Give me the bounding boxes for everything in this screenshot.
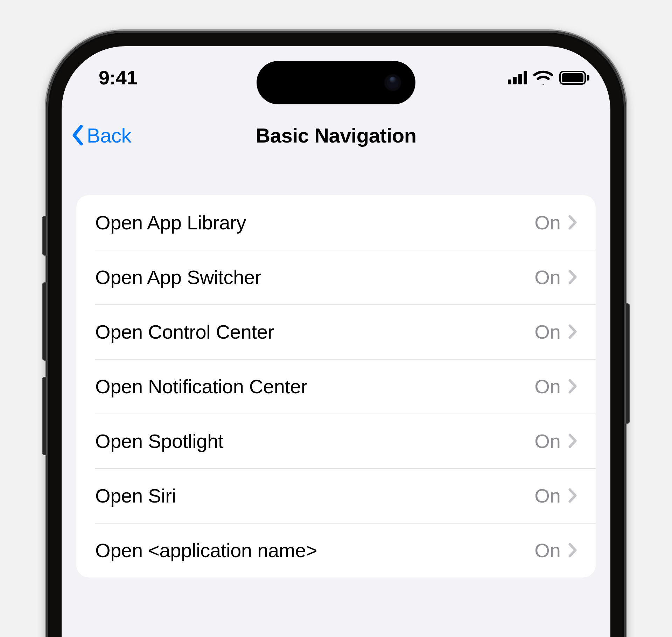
row-open-siri[interactable]: Open Siri On [76,468,596,523]
row-label: Open <application name> [95,539,317,562]
wifi-icon [533,70,553,85]
row-value: On [534,320,561,343]
front-camera [385,75,401,91]
volume-up-button [43,283,46,360]
row-open-app-switcher[interactable]: Open App Switcher On [76,250,596,304]
row-right: On [534,484,578,507]
nav-bar: Back Basic Navigation [62,113,610,158]
volume-down-button [43,378,46,455]
row-open-application[interactable]: Open <application name> On [76,523,596,577]
power-button [626,304,629,423]
row-open-notification-center[interactable]: Open Notification Center On [76,359,596,414]
row-right: On [534,320,578,343]
nav-title: Basic Navigation [255,124,416,147]
chevron-right-icon [568,269,578,285]
chevron-right-icon [568,487,578,504]
settings-list: Open App Library On Open App Switcher On [76,195,596,577]
canvas: 9:41 [0,0,672,637]
row-value: On [534,539,561,562]
row-open-control-center[interactable]: Open Control Center On [76,304,596,359]
chevron-right-icon [568,433,578,449]
row-label: Open App Switcher [95,266,261,289]
row-label: Open Notification Center [95,375,307,398]
row-value: On [534,211,561,234]
row-value: On [534,375,561,398]
cellular-icon [508,71,527,84]
row-open-app-library[interactable]: Open App Library On [76,195,596,250]
chevron-right-icon [568,542,578,558]
row-value: On [534,430,561,452]
row-value: On [534,484,561,507]
row-right: On [534,211,578,234]
screen: 9:41 [62,46,610,637]
row-right: On [534,375,578,398]
row-label: Open Siri [95,484,176,507]
row-value: On [534,266,561,289]
mute-switch [43,216,46,255]
chevron-right-icon [568,378,578,394]
row-label: Open Control Center [95,320,274,343]
row-open-spotlight[interactable]: Open Spotlight On [76,414,596,468]
chevron-right-icon [568,324,578,340]
device-frame: 9:41 [46,31,626,637]
status-icons [508,65,592,85]
chevron-left-icon [71,124,85,146]
row-label: Open App Library [95,211,246,234]
row-label: Open Spotlight [95,430,223,452]
back-label: Back [87,124,131,147]
chevron-right-icon [568,214,578,230]
back-button[interactable]: Back [68,122,134,149]
row-right: On [534,430,578,452]
row-right: On [534,539,578,562]
row-right: On [534,266,578,289]
status-time: 9:41 [80,61,137,89]
dynamic-island [257,61,415,104]
battery-icon [559,71,589,85]
